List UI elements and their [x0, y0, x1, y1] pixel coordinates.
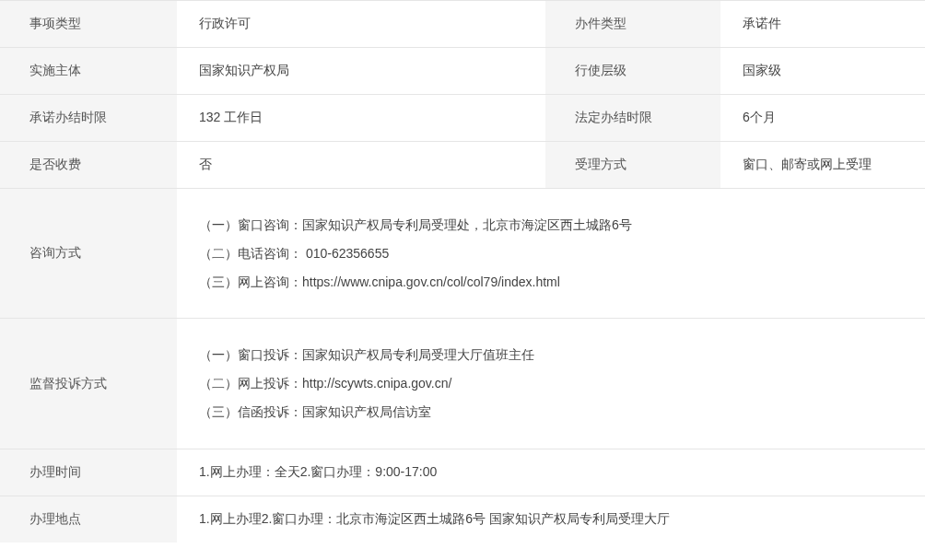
table-row: 是否收费 否 受理方式 窗口、邮寄或网上受理: [0, 141, 925, 188]
complaint-line-2: （二）网上投诉：http://scywts.cnipa.gov.cn/: [199, 369, 925, 398]
value-hours: 1.网上办理：全天2.窗口办理：9:00-17:00: [177, 449, 925, 496]
label-location: 办理地点: [0, 496, 177, 542]
label-complaint-method: 监督投诉方式: [0, 318, 177, 448]
table-row: 咨询方式 （一）窗口咨询：国家知识产权局专利局受理处，北京市海淀区西土城路6号 …: [0, 188, 925, 318]
value-item-type: 行政许可: [177, 0, 545, 47]
label-hours: 办理时间: [0, 449, 177, 496]
table-row: 事项类型 行政许可 办件类型 承诺件: [0, 0, 925, 47]
table-row: 办理地点 1.网上办理2.窗口办理：北京市海淀区西土城路6号 国家知识产权局专利…: [0, 496, 925, 542]
value-implementer: 国家知识产权局: [177, 47, 545, 94]
value-promise-time: 132 工作日: [177, 94, 545, 141]
label-implementer: 实施主体: [0, 47, 177, 94]
label-level: 行使层级: [545, 47, 720, 94]
value-accept-method: 窗口、邮寄或网上受理: [720, 141, 925, 188]
table-row: 实施主体 国家知识产权局 行使层级 国家级: [0, 47, 925, 94]
label-accept-method: 受理方式: [545, 141, 720, 188]
table-row: 承诺办结时限 132 工作日 法定办结时限 6个月: [0, 94, 925, 141]
table-row: 监督投诉方式 （一）窗口投诉：国家知识产权局专利局受理大厅值班主任 （二）网上投…: [0, 318, 925, 448]
consult-line-1: （一）窗口咨询：国家知识产权局专利局受理处，北京市海淀区西土城路6号: [199, 211, 925, 239]
consult-line-3: （三）网上咨询：https://www.cnipa.gov.cn/col/col…: [199, 268, 925, 297]
label-promise-time: 承诺办结时限: [0, 94, 177, 141]
value-legal-time: 6个月: [720, 94, 925, 141]
value-fee: 否: [177, 141, 545, 188]
label-item-type: 事项类型: [0, 0, 177, 47]
value-consult-method: （一）窗口咨询：国家知识产权局专利局受理处，北京市海淀区西土城路6号 （二）电话…: [177, 188, 925, 318]
label-case-type: 办件类型: [545, 0, 720, 47]
label-fee: 是否收费: [0, 141, 177, 188]
value-level: 国家级: [720, 47, 925, 94]
label-legal-time: 法定办结时限: [545, 94, 720, 141]
value-complaint-method: （一）窗口投诉：国家知识产权局专利局受理大厅值班主任 （二）网上投诉：http:…: [177, 318, 925, 448]
info-table: 事项类型 行政许可 办件类型 承诺件 实施主体 国家知识产权局 行使层级 国家级…: [0, 0, 925, 542]
label-consult-method: 咨询方式: [0, 188, 177, 318]
complaint-line-3: （三）信函投诉：国家知识产权局信访室: [199, 398, 925, 426]
value-case-type: 承诺件: [720, 0, 925, 47]
complaint-line-1: （一）窗口投诉：国家知识产权局专利局受理大厅值班主任: [199, 341, 925, 369]
value-location: 1.网上办理2.窗口办理：北京市海淀区西土城路6号 国家知识产权局专利局受理大厅: [177, 496, 925, 542]
table-row: 办理时间 1.网上办理：全天2.窗口办理：9:00-17:00: [0, 449, 925, 496]
consult-line-2: （二）电话咨询： 010-62356655: [199, 239, 925, 268]
